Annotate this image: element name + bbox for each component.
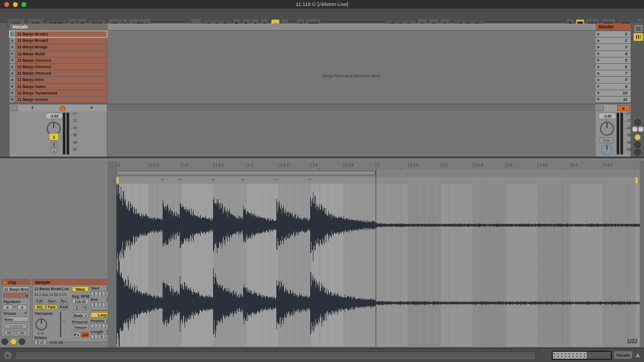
groove-hotswap-icon[interactable]: ⇄ xyxy=(24,311,27,315)
scene-play-icon[interactable] xyxy=(597,33,600,36)
commit-button[interactable]: Commit xyxy=(4,323,28,329)
clip-overview[interactable] xyxy=(552,351,612,360)
clip-slot[interactable]: 11 Banjo Intro xyxy=(10,77,107,83)
clip-slot[interactable]: 11 Banjo Bridge xyxy=(10,44,107,50)
clip-slot[interactable]: 11 Banjo Break2 xyxy=(10,38,107,43)
scene-playing-indicator[interactable]: ▶ xyxy=(617,105,630,111)
position-digit-field[interactable]: 1 xyxy=(98,291,105,296)
groove-selector[interactable]: None xyxy=(3,316,29,322)
ram-button[interactable]: RAM xyxy=(58,305,69,309)
scene-play-icon[interactable] xyxy=(597,52,600,55)
session-grid-scroll-band[interactable] xyxy=(107,24,596,30)
track-header-vocals[interactable]: Vocals xyxy=(10,24,107,30)
transient-loop-mode-selector[interactable]: ⇄▾ xyxy=(72,332,80,337)
warp-button[interactable]: Warp xyxy=(72,286,89,292)
launch-box-toggle[interactable] xyxy=(2,338,8,345)
envelope-box-toggle[interactable] xyxy=(19,338,25,345)
current-track-button[interactable]: Vocals xyxy=(614,351,632,359)
track-header-master[interactable]: Master xyxy=(596,24,631,30)
clip-slot[interactable]: 11 Banjo Chorus3 xyxy=(10,70,107,76)
show-hide-toggle-pair[interactable] xyxy=(638,127,643,132)
track-activator-button[interactable]: 1 xyxy=(49,133,59,141)
show-hide-toggle[interactable] xyxy=(634,119,641,125)
arrangement-view-toggle[interactable] xyxy=(633,24,643,33)
scene-play-icon[interactable] xyxy=(597,72,600,75)
transient-resolution-field[interactable]: 100 xyxy=(82,332,89,337)
show-hide-toggle[interactable] xyxy=(634,149,641,156)
clip-slot[interactable]: 11 Banjo Verse1 xyxy=(10,97,107,102)
clip-start-marker[interactable] xyxy=(116,178,119,183)
fade-button[interactable]: Fade xyxy=(46,305,57,309)
transpose-value[interactable]: 0 st xyxy=(38,331,43,335)
solo-button[interactable]: S xyxy=(50,142,57,147)
solo-cue-button[interactable]: Solo xyxy=(599,137,613,143)
clip-play-icon[interactable] xyxy=(10,84,16,90)
show-hide-toggle[interactable] xyxy=(634,134,641,141)
clip-stop-button[interactable] xyxy=(11,106,18,111)
transient-marker-icon[interactable] xyxy=(211,179,215,181)
clip-play-icon[interactable] xyxy=(10,64,16,70)
stop-all-clips-button[interactable] xyxy=(597,106,604,111)
clip-slot[interactable]: 11 Banjo Chorus1 xyxy=(10,57,107,63)
clip-end-line[interactable] xyxy=(376,169,376,346)
info-view-toggle[interactable]: ▶ xyxy=(4,351,12,359)
scene-launch-slot[interactable]: 10 xyxy=(596,90,631,96)
transient-marker-icon[interactable] xyxy=(241,179,245,181)
gain-value[interactable]: 0.00 dB xyxy=(50,341,63,344)
transient-marker-icon[interactable] xyxy=(309,179,312,181)
position-digit-field[interactable]: 1 xyxy=(91,334,98,339)
clip-play-icon-playing[interactable] xyxy=(10,31,16,37)
double-tempo-button[interactable]: *2 xyxy=(82,306,89,311)
volume-readout[interactable]: -3.62 xyxy=(45,113,63,119)
clip-activator-dot[interactable] xyxy=(3,281,6,284)
nudge-back-button[interactable]: << xyxy=(4,330,14,335)
scene-launch-slot[interactable]: 4 xyxy=(596,51,631,57)
transient-marker-icon[interactable] xyxy=(275,179,278,181)
scene-play-icon[interactable] xyxy=(597,85,600,88)
clip-play-icon[interactable] xyxy=(10,77,16,83)
arm-button[interactable]: ● xyxy=(50,148,57,153)
scene-play-icon[interactable] xyxy=(597,78,600,82)
half-tempo-button[interactable]: :2 xyxy=(73,306,80,311)
clip-play-icon[interactable] xyxy=(10,97,16,102)
transpose-knob[interactable] xyxy=(35,319,47,330)
nudge-forward-button[interactable]: >> xyxy=(17,330,27,335)
preserve-selector[interactable]: Transien▾ xyxy=(72,324,89,330)
save-button[interactable]: Save xyxy=(46,299,57,304)
show-hide-panel-triangle-icon[interactable]: ▲ xyxy=(634,351,641,359)
clip-play-icon[interactable] xyxy=(10,44,16,50)
scene-launch-slot[interactable]: 2 xyxy=(596,38,631,43)
sample-end-marker[interactable] xyxy=(635,178,638,183)
scene-play-icon[interactable] xyxy=(597,39,600,42)
session-grid[interactable]: Drop Files and Devices Here xyxy=(107,31,596,104)
clip-play-icon[interactable] xyxy=(10,90,16,96)
session-view-toggle[interactable] xyxy=(633,33,643,41)
scene-play-icon[interactable] xyxy=(597,91,600,94)
waveform-area[interactable] xyxy=(116,184,640,346)
position-digit-field[interactable]: 2 xyxy=(91,302,98,307)
gain-slider[interactable] xyxy=(60,312,61,337)
transient-marker-icon[interactable] xyxy=(178,179,181,181)
scene-launch-slot[interactable]: 8 xyxy=(596,77,631,83)
position-digit-field[interactable]: 1 xyxy=(98,302,105,307)
clip-slot[interactable]: 11 Banjo Turnaround xyxy=(10,90,107,96)
scene-launch-slot[interactable]: 5 xyxy=(596,57,631,63)
scene-launch-slot[interactable]: 6 xyxy=(596,64,631,70)
gain-slider-handle-icon[interactable]: ◁ xyxy=(62,319,65,323)
scene-launch-slot[interactable]: 11 xyxy=(596,97,631,102)
clip-play-icon[interactable] xyxy=(10,51,16,57)
detune-field[interactable]: 0 ct xyxy=(34,340,46,345)
clip-slot[interactable]: 11 Banjo Outro xyxy=(10,84,107,90)
clip-slot[interactable]: 11 Banjo Chorus2 xyxy=(10,64,107,70)
clip-slot[interactable]: 11 Banjo Build xyxy=(10,51,107,57)
scene-launch-slot[interactable]: 7 xyxy=(596,70,631,76)
scene-launch-slot[interactable]: 9 xyxy=(596,84,631,90)
warp-mode-selector[interactable]: Beats▾ xyxy=(72,313,89,318)
signature-denominator[interactable]: 4 xyxy=(17,305,27,310)
clip-play-icon[interactable] xyxy=(10,38,16,43)
loop-brace-row[interactable] xyxy=(116,169,640,177)
beat-time-ruler[interactable]: 11.1.31.21.2.31.31.3.31.41.4.322.1.32.22… xyxy=(116,161,640,169)
master-pan-knob[interactable] xyxy=(600,122,614,136)
position-digit-field[interactable]: 1 xyxy=(98,323,105,328)
scene-play-icon[interactable] xyxy=(597,65,600,69)
